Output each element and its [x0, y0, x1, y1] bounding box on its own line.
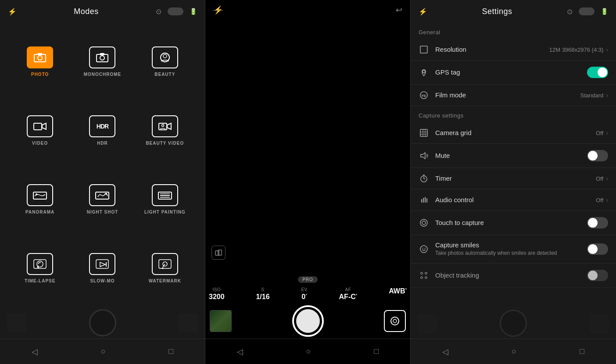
modes-toggle[interactable]	[168, 7, 183, 15]
format-button[interactable]	[211, 246, 226, 260]
shutter-button[interactable]	[292, 305, 324, 337]
gps-toggle[interactable]	[587, 67, 608, 78]
pro-badge-wrap: PRO	[205, 275, 410, 285]
svg-point-34	[393, 319, 397, 323]
film-content: Film mode	[435, 91, 574, 99]
svg-rect-62	[421, 277, 423, 278]
svg-point-14	[36, 193, 37, 195]
grid-value: Off	[596, 130, 603, 136]
camera-panel: ⚡ ↩ PRO ISO 3200 S 1/16	[205, 0, 411, 364]
smiles-toggle[interactable]	[587, 243, 608, 255]
home-button[interactable]: ○	[101, 347, 106, 356]
settings-timer[interactable]: Timer Off ›	[411, 168, 616, 189]
settings-camera-grid[interactable]: Camera grid Off ›	[411, 122, 616, 144]
af-setting[interactable]: AF AF-C*	[339, 287, 358, 301]
settings-top-icons: ⊙ 🔋	[567, 7, 608, 16]
mode-beauty-video-icon	[152, 115, 178, 137]
svg-rect-8	[34, 123, 42, 130]
mode-panorama-label: PANORAMA	[25, 210, 54, 214]
settings-header-toggle[interactable]	[579, 7, 595, 15]
audio-content: Audio control	[435, 196, 590, 204]
tracking-toggle[interactable]	[587, 270, 608, 281]
back-button[interactable]: ◁	[32, 347, 38, 357]
camera-back-button[interactable]: ◁	[237, 347, 243, 357]
mode-panorama[interactable]: PANORAMA	[9, 165, 71, 234]
settings-flash-icon[interactable]: ⚡	[419, 7, 427, 16]
flash-icon[interactable]: ⚡	[8, 7, 17, 16]
svg-rect-55	[426, 198, 427, 203]
mode-night-shot[interactable]: NIGHT SHOT	[71, 165, 133, 234]
svg-marker-9	[42, 123, 46, 129]
mode-beauty[interactable]: BEAUTY	[134, 27, 196, 96]
audio-label: Audio control	[435, 196, 474, 203]
touch-icon	[419, 218, 429, 227]
mute-right	[587, 150, 608, 161]
touch-right	[587, 217, 608, 228]
touch-toggle[interactable]	[587, 217, 608, 228]
mute-toggle-knob	[588, 151, 598, 161]
gallery-thumbnail[interactable]	[210, 310, 232, 332]
settings-resolution[interactable]: Resolution 12M 3968x2976 (4:3) ›	[411, 39, 616, 61]
camera-home-button[interactable]: ○	[306, 347, 311, 356]
audio-value: Off	[596, 197, 603, 203]
recent-button[interactable]: □	[168, 347, 173, 356]
capture-section-header: Capture settings	[411, 106, 616, 122]
camera-recent-button[interactable]: □	[374, 347, 379, 356]
mode-time-lapse-icon	[27, 253, 53, 275]
ev-label: EV	[301, 287, 307, 292]
mute-toggle[interactable]	[587, 150, 608, 161]
iso-label: ISO	[212, 287, 221, 292]
mode-watermark-label: WATERMARK	[149, 278, 181, 283]
timer-content: Timer	[435, 175, 590, 182]
mode-time-lapse[interactable]: TIME-LAPSE	[9, 234, 71, 303]
settings-content: General Resolution 12M 3968x2976 (4:3) ›	[411, 23, 616, 307]
settings-bottom-nav: ◁ ○ □	[411, 339, 616, 364]
audio-right: Off ›	[596, 196, 608, 203]
tracking-icon	[419, 271, 429, 280]
awb-setting[interactable]: AWB*	[389, 287, 407, 295]
svg-point-56	[420, 219, 427, 226]
mode-light-painting-icon	[152, 184, 178, 206]
gps-icon	[419, 68, 429, 77]
svg-rect-54	[425, 197, 426, 203]
shutter-setting[interactable]: S 1/16	[256, 287, 269, 301]
mode-switch-button[interactable]	[384, 310, 406, 332]
grid-right: Off ›	[596, 129, 608, 136]
svg-rect-35	[420, 46, 427, 53]
mode-monochrome[interactable]: MONOCHROME	[71, 27, 133, 96]
settings-gps[interactable]: GPS tag	[411, 61, 616, 85]
mode-hdr-icon: HDR	[89, 115, 115, 137]
svg-rect-31	[215, 251, 219, 255]
svg-rect-5	[100, 53, 104, 55]
general-section-header: General	[411, 23, 616, 39]
resolution-chevron: ›	[606, 46, 608, 53]
mode-slow-mo[interactable]: SLOW-MO	[71, 234, 133, 303]
settings-recent-button[interactable]: □	[580, 347, 584, 356]
settings-film-mode[interactable]: FE Film mode Standard ›	[411, 85, 616, 106]
settings-touch-capture[interactable]: Touch to capture	[411, 211, 616, 235]
settings-audio-control[interactable]: Audio control Off ›	[411, 189, 616, 211]
mode-video[interactable]: VIDEO	[9, 96, 71, 165]
mode-beauty-video[interactable]: BEAUTY VIDEO	[134, 96, 196, 165]
mode-hdr[interactable]: HDR HDR	[71, 96, 133, 165]
ev-setting[interactable]: EV 0*	[301, 287, 307, 301]
modes-title: Modes	[74, 7, 99, 16]
mode-photo[interactable]: PHOTO	[9, 27, 71, 96]
mode-video-icon	[27, 115, 53, 137]
camera-rotate-icon[interactable]: ↩	[396, 5, 402, 15]
mode-light-painting-label: LIGHT PAINTING	[144, 210, 186, 214]
mode-beauty-icon	[152, 46, 178, 68]
mode-light-painting[interactable]: LIGHT PAINTING	[134, 165, 196, 234]
settings-capture-smiles[interactable]: Capture smiles Take photos automatically…	[411, 235, 616, 264]
mode-watermark[interactable]: WATERMARK	[134, 234, 196, 303]
mode-monochrome-label: MONOCHROME	[84, 72, 122, 77]
camera-flash-icon[interactable]: ⚡	[213, 5, 223, 15]
svg-point-1	[38, 56, 42, 60]
settings-back-button[interactable]: ◁	[442, 347, 448, 357]
svg-point-58	[420, 246, 427, 253]
settings-home-button[interactable]: ○	[512, 347, 516, 356]
settings-object-tracking[interactable]: Object tracking	[411, 264, 616, 288]
film-right: Standard ›	[580, 92, 608, 99]
settings-mute[interactable]: Mute	[411, 144, 616, 168]
iso-setting[interactable]: ISO 3200	[209, 287, 225, 301]
